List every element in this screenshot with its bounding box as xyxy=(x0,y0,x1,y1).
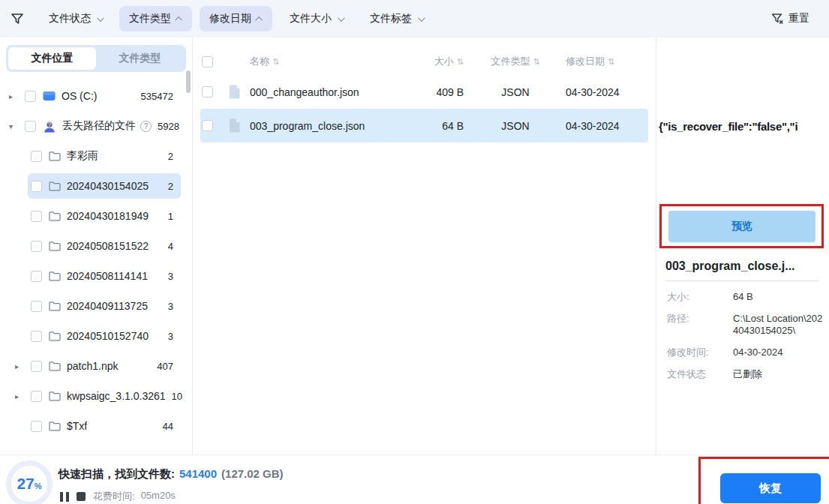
checkbox[interactable] xyxy=(25,121,36,132)
folder-icon xyxy=(49,361,61,371)
file-type: JSON xyxy=(467,86,564,98)
file-size: 409 B xyxy=(399,86,467,98)
tree-item-label: 丢失路径的文件 xyxy=(62,119,136,133)
tab-file-location[interactable]: 文件位置 xyxy=(8,47,96,70)
expand-arrow-icon[interactable] xyxy=(15,392,28,400)
reset-filters-button[interactable]: 重置 xyxy=(771,12,818,26)
tree-item-label: patch1.npk xyxy=(67,360,119,372)
filter-label: 文件类型 xyxy=(129,12,171,26)
checkbox[interactable] xyxy=(25,91,36,102)
tab-file-type[interactable]: 文件类型 xyxy=(96,47,184,70)
checkbox[interactable] xyxy=(202,120,213,131)
tree-item-folder-txf[interactable]: $Txf 44 xyxy=(0,411,193,441)
column-header-type[interactable]: 文件类型 xyxy=(467,55,564,68)
checkbox[interactable] xyxy=(202,86,213,98)
column-header-name[interactable]: 名称 xyxy=(250,55,399,68)
checkbox[interactable] xyxy=(31,271,42,282)
filter-label: 文件标签 xyxy=(370,12,412,26)
tree-item-count: 2 xyxy=(162,151,173,162)
pause-icon[interactable] xyxy=(60,492,69,502)
expand-arrow-icon[interactable] xyxy=(9,92,22,100)
select-all-checkbox[interactable] xyxy=(202,56,213,68)
file-name: 000_changeauthor.json xyxy=(250,86,399,98)
folder-icon xyxy=(49,301,61,311)
column-header-size[interactable]: 大小 xyxy=(399,55,467,68)
checkbox[interactable] xyxy=(31,181,42,192)
file-type: JSON xyxy=(467,120,564,132)
checkbox[interactable] xyxy=(31,331,42,342)
tree-item-folder-20240409113725[interactable]: 20240409113725 3 xyxy=(0,291,193,321)
expand-arrow-icon[interactable] xyxy=(15,362,28,370)
file-date: 04-30-2024 xyxy=(564,86,648,98)
tree-item-count: 44 xyxy=(157,421,173,432)
help-icon[interactable] xyxy=(140,121,152,132)
sort-icon xyxy=(457,57,464,66)
tree-item-folder-20240510152740[interactable]: 20240510152740 3 xyxy=(0,321,193,351)
table-row[interactable]: 003_program_close.json 64 B JSON 04-30-2… xyxy=(200,109,648,142)
stop-icon[interactable] xyxy=(77,492,86,501)
tree-item-folder-kwpsaigc[interactable]: kwpsaigc_3.1.0.3261 10 xyxy=(0,381,193,411)
filter-file-tag[interactable]: 文件标签 xyxy=(360,6,433,32)
filter-file-type[interactable]: 文件类型 xyxy=(119,6,192,32)
folder-icon xyxy=(49,391,61,401)
preview-content: {"is_recover_file":"false","i xyxy=(659,120,829,133)
tree-item-label: 20240508114141 xyxy=(67,270,148,282)
preview-file-name: 003_program_close.j... xyxy=(665,260,823,273)
time-label: 花费时间: xyxy=(93,490,135,503)
checkbox[interactable] xyxy=(31,241,42,252)
tree-item-folder-patch1-npk[interactable]: patch1.npk 407 xyxy=(0,351,193,381)
scan-controls: 花费时间: 05m20s xyxy=(60,490,176,503)
checkbox[interactable] xyxy=(31,301,42,312)
tree-item-folder-20240430181949[interactable]: 20240430181949 1 xyxy=(0,201,193,231)
tree-item-folder-licaiyu[interactable]: 李彩雨 2 xyxy=(0,141,193,171)
tree-item-count: 5928 xyxy=(152,121,179,132)
svg-text:?: ? xyxy=(47,120,52,128)
filter-modified-date[interactable]: 修改日期 xyxy=(200,6,272,32)
filter-file-status[interactable]: 文件状态 xyxy=(39,6,112,32)
collapse-arrow-icon[interactable] xyxy=(9,122,22,130)
tree-item-label: $Txf xyxy=(67,420,87,432)
column-header-date[interactable]: 修改日期 xyxy=(564,55,647,68)
scan-progress-circle: 27 % xyxy=(6,460,53,504)
checkbox[interactable] xyxy=(31,211,42,222)
tree-item-folder-20240508114141[interactable]: 20240508114141 3 xyxy=(0,261,193,291)
recover-button[interactable]: 恢复 xyxy=(720,473,821,503)
tree-item-label: 20240430181949 xyxy=(67,210,149,222)
tree-item-count: 1 xyxy=(162,211,173,222)
tree-item-folder-20240508151522[interactable]: 20240508151522 4 xyxy=(0,231,193,261)
drive-icon xyxy=(43,91,56,101)
annotation-recover-box: 恢复 xyxy=(698,457,829,504)
file-details: 大小: 64 B 路径: C:\Lost Location\2024043015… xyxy=(667,291,823,390)
folder-icon xyxy=(49,241,61,251)
tree-item-os-c[interactable]: OS (C:) 535472 xyxy=(0,81,193,111)
reset-label: 重置 xyxy=(788,12,809,26)
preview-button[interactable]: 预览 xyxy=(668,211,815,242)
chevron-up-icon xyxy=(175,16,182,23)
time-value: 05m20s xyxy=(141,490,176,503)
table-row[interactable]: 000_changeauthor.json 409 B JSON 04-30-2… xyxy=(200,75,648,109)
filter-file-size[interactable]: 文件大小 xyxy=(280,6,353,32)
file-table: 名称 大小 文件类型 修改日期 000_changeauthor.json 40… xyxy=(193,38,656,454)
tree-item-folder-20240430154025[interactable]: 20240430154025 2 xyxy=(0,171,193,201)
file-name: 003_program_close.json xyxy=(250,120,399,132)
found-total-size: (127.02 GB) xyxy=(221,467,284,482)
checkbox[interactable] xyxy=(31,421,42,432)
folder-icon xyxy=(49,271,61,281)
sidebar: 文件位置 文件类型 OS (C:) 535472 ? 丢失路径的文件 xyxy=(0,38,193,454)
tree-item-count: 10 xyxy=(166,391,182,402)
chevron-down-icon xyxy=(338,14,345,22)
filter-label: 文件状态 xyxy=(49,12,91,26)
file-icon xyxy=(224,85,250,99)
filter-label: 文件大小 xyxy=(290,12,332,26)
detail-row-modified: 修改时间: 04-30-2024 xyxy=(667,346,823,358)
progress-percent: 27 xyxy=(17,475,34,493)
checkbox[interactable] xyxy=(31,361,42,372)
checkbox[interactable] xyxy=(31,151,42,162)
tree-item-lost-path-files[interactable]: ? 丢失路径的文件 5928 xyxy=(0,111,193,141)
annotation-preview-box: 预览 xyxy=(659,204,824,248)
scan-summary: 快速扫描，找到文件数: 541400 (127.02 GB) xyxy=(59,467,284,482)
checkbox[interactable] xyxy=(31,391,42,402)
file-date: 04-30-2024 xyxy=(564,120,648,132)
tree-item-label: 李彩雨 xyxy=(67,149,98,163)
tree-item-count: 4 xyxy=(162,241,173,252)
